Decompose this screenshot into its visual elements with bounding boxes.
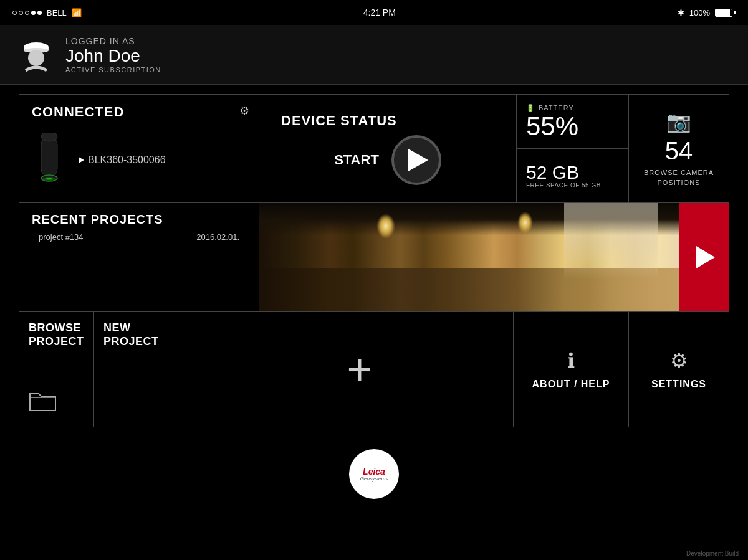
- battery-body: [715, 9, 732, 17]
- battery-percent-text: 100%: [689, 8, 710, 17]
- project-item[interactable]: project #134 2016.02.01.: [32, 227, 246, 247]
- battery-indicator: [715, 9, 736, 17]
- camera-icon: 📷: [666, 110, 691, 133]
- battery-label: 🔋 BATTERY: [526, 104, 619, 112]
- bottom-row: BROWSEPROJECT NEWPROJECT + ℹ ABOUT / HEL…: [19, 312, 729, 427]
- about-help-label: ABOUT / HELP: [532, 379, 610, 390]
- plus-icon: +: [347, 348, 373, 391]
- svg-point-8: [46, 178, 52, 180]
- avatar-icon: [21, 36, 52, 74]
- battery-panel: 🔋 BATTERY 55% 52 GB FREE SPACE OF 55 GB: [517, 95, 629, 202]
- status-right: ✱ 100%: [678, 8, 736, 17]
- device-status-title: DEVICE STATUS: [269, 113, 397, 129]
- signal-dot-1: [12, 11, 17, 15]
- leica-logo-container: Leica Geosystems: [0, 437, 748, 511]
- signal-dots: [12, 11, 42, 15]
- top-row: CONNECTED: [19, 94, 729, 203]
- svg-point-3: [28, 50, 44, 66]
- window-light: [564, 203, 658, 279]
- svg-point-5: [41, 133, 57, 141]
- battery-fill: [716, 9, 730, 16]
- battery-text: BATTERY: [539, 104, 574, 112]
- camera-panel[interactable]: 📷 54 BROWSE CAMERAPOSITIONS: [629, 95, 729, 202]
- svg-rect-4: [41, 136, 57, 177]
- leica-brand: Leica: [363, 467, 385, 476]
- bluetooth-icon: ✱: [678, 8, 684, 17]
- info-icon: ℹ: [567, 349, 575, 373]
- panorama-panel[interactable]: [259, 203, 729, 311]
- about-help-panel[interactable]: ℹ ABOUT / HELP: [514, 312, 629, 427]
- status-bar: BELL 📶 4:21 PM ✱ 100%: [0, 0, 748, 25]
- battery-info: 🔋 BATTERY 55%: [517, 95, 628, 149]
- camera-label: BROWSE CAMERAPOSITIONS: [644, 168, 714, 187]
- panorama-play-button[interactable]: [679, 203, 729, 311]
- signal-dot-4: [31, 11, 36, 15]
- camera-count: 54: [665, 138, 693, 163]
- wifi-icon: 📶: [72, 8, 82, 17]
- scanner-device-icon: [34, 133, 65, 186]
- battery-tip: [734, 11, 736, 14]
- new-project-title: NEWPROJECT: [103, 321, 196, 348]
- device-play-icon: [79, 157, 84, 163]
- connected-panel: CONNECTED: [19, 95, 259, 202]
- project-name: project #134: [39, 232, 84, 242]
- device-name: BLK360-3500066: [79, 154, 166, 166]
- project-date: 2016.02.01.: [196, 232, 239, 242]
- storage-info: 52 GB FREE SPACE OF 55 GB: [517, 149, 628, 202]
- dev-build-label: Development Build: [686, 550, 739, 557]
- start-label: START: [334, 152, 379, 168]
- new-project-plus-panel[interactable]: +: [206, 312, 514, 427]
- subscription-label: ACTIVE SUBSCRIPTION: [65, 66, 161, 74]
- device-id: BLK360-3500066: [88, 154, 166, 166]
- leica-logo: Leica Geosystems: [349, 449, 399, 499]
- storage-label: FREE SPACE OF 55 GB: [526, 182, 619, 189]
- folder-svg: [29, 389, 57, 412]
- signal-dot-3: [25, 11, 29, 15]
- connected-device-row: BLK360-3500066: [32, 126, 246, 193]
- logged-in-label: LOGGED IN AS: [65, 36, 161, 46]
- device-icon-container: [32, 133, 66, 186]
- battery-percent-display: 55%: [526, 113, 619, 140]
- user-header: LOGGED IN AS John Doe ACTIVE SUBSCRIPTIO…: [0, 25, 748, 85]
- user-info: LOGGED IN AS John Doe ACTIVE SUBSCRIPTIO…: [65, 36, 161, 74]
- main-container: CONNECTED: [19, 94, 729, 427]
- start-row: START: [269, 135, 507, 185]
- user-avatar: [19, 34, 53, 75]
- interior-scene: [259, 203, 729, 311]
- status-left: BELL 📶: [12, 8, 82, 17]
- light-2: [517, 212, 533, 234]
- recent-projects-panel: RECENT PROJECTS project #134 2016.02.01.: [19, 203, 259, 311]
- device-status-panel: DEVICE STATUS START: [259, 95, 517, 202]
- connected-settings-button[interactable]: ⚙: [239, 104, 249, 118]
- settings-panel[interactable]: ⚙ SETTINGS: [629, 312, 729, 427]
- recent-projects-title: RECENT PROJECTS: [32, 212, 163, 226]
- panorama-play-icon: [696, 246, 715, 268]
- gear-icon: ⚙: [239, 105, 249, 117]
- user-name: John Doe: [65, 46, 161, 66]
- play-triangle-icon: [408, 149, 428, 171]
- signal-dot-2: [19, 11, 23, 15]
- start-button[interactable]: [391, 135, 441, 185]
- signal-dot-5: [37, 11, 42, 15]
- new-project-label-panel: NEWPROJECT: [94, 312, 206, 427]
- settings-gear-icon: ⚙: [670, 349, 688, 373]
- middle-row: RECENT PROJECTS project #134 2016.02.01.: [19, 203, 729, 312]
- carrier-name: BELL: [47, 8, 67, 17]
- leica-geo: Geosystems: [360, 476, 388, 482]
- browse-project-panel[interactable]: BROWSEPROJECT: [19, 312, 94, 427]
- status-time: 4:21 PM: [363, 7, 396, 17]
- folder-icon: [29, 389, 84, 417]
- battery-icon: 🔋: [526, 104, 535, 112]
- connected-title: CONNECTED: [32, 104, 246, 120]
- browse-project-title: BROWSEPROJECT: [29, 321, 84, 348]
- storage-size: 52 GB: [526, 163, 619, 182]
- settings-label: SETTINGS: [651, 379, 706, 390]
